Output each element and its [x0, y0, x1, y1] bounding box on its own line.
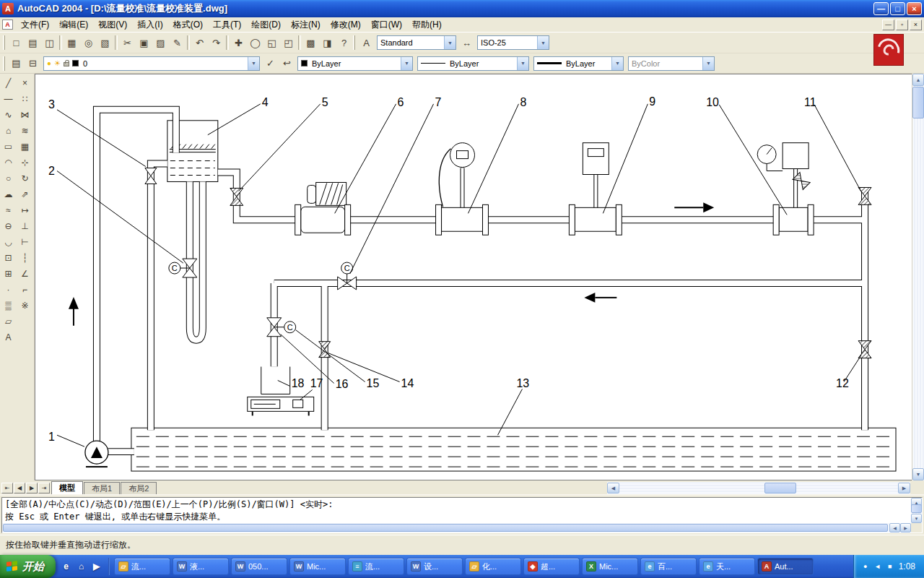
- scroll-track[interactable]: [911, 507, 922, 514]
- menu-item[interactable]: 文件(F): [16, 17, 54, 32]
- extend-tool-icon[interactable]: ⊢: [17, 234, 33, 250]
- part-label-9[interactable]: 9: [603, 95, 655, 213]
- clock[interactable]: 1:08: [899, 561, 915, 571]
- plot-preview-icon[interactable]: ◎: [80, 35, 97, 51]
- linetype-combo[interactable]: ByLayer ▼: [417, 56, 529, 71]
- toolbar-button[interactable]: [298, 35, 301, 50]
- show-desktop-icon[interactable]: ⌂: [75, 561, 87, 573]
- taskbar-button[interactable]: ▱ 流...: [114, 558, 170, 575]
- construction-line-tool-icon[interactable]: —: [0, 91, 17, 107]
- menu-item[interactable]: 窗口(W): [366, 17, 407, 32]
- canvas-vertical-scrollbar[interactable]: ▲ ▼: [912, 74, 924, 480]
- revcloud-tool-icon[interactable]: ☁: [0, 186, 17, 202]
- line-tool-icon[interactable]: ╱: [0, 75, 17, 91]
- layer-previous-icon[interactable]: ↩: [279, 56, 295, 72]
- menu-item[interactable]: 修改(M): [326, 17, 366, 32]
- menu-item[interactable]: 绘图(D): [246, 17, 286, 32]
- taskbar-button[interactable]: W 液...: [173, 558, 229, 575]
- explode-tool-icon[interactable]: ※: [17, 298, 33, 314]
- ellipse-tool-icon[interactable]: ⊖: [0, 218, 17, 234]
- scroll-down-icon[interactable]: ▼: [911, 514, 922, 523]
- mirror-tool-icon[interactable]: ⋈: [17, 107, 33, 123]
- polygon-tool-icon[interactable]: ⌂: [0, 123, 17, 139]
- prev-tab-button[interactable]: ◀: [14, 483, 25, 493]
- make-current-icon[interactable]: ✓: [262, 56, 279, 72]
- color-combo[interactable]: ByLayer ▼: [297, 56, 413, 71]
- menu-item[interactable]: 帮助(H): [407, 17, 447, 32]
- break-tool-icon[interactable]: ┆: [17, 250, 33, 266]
- fillet-tool-icon[interactable]: ⌐: [17, 282, 33, 298]
- flow-arrow-left[interactable]: [584, 293, 616, 303]
- valve-5[interactable]: [230, 188, 243, 205]
- insert-block-tool-icon[interactable]: ⊡: [0, 250, 17, 266]
- dim-style-combo[interactable]: ISO-25 ▼: [477, 35, 549, 50]
- chevron-down-icon[interactable]: ▼: [401, 57, 412, 70]
- scroll-thumb[interactable]: [911, 504, 922, 513]
- chamfer-tool-icon[interactable]: ∠: [17, 266, 33, 282]
- erase-tool-icon[interactable]: ×: [17, 75, 33, 91]
- minimize-button[interactable]: —: [873, 2, 889, 15]
- scroll-track[interactable]: [912, 86, 924, 468]
- hatch-tool-icon[interactable]: ▒: [0, 298, 17, 314]
- new-file-icon[interactable]: □: [8, 35, 25, 51]
- make-block-tool-icon[interactable]: ⊞: [0, 266, 17, 282]
- menu-item[interactable]: 标注(N): [286, 17, 326, 32]
- taskbar-button[interactable]: e 天...: [699, 558, 755, 575]
- start-button[interactable]: 开始: [0, 555, 56, 578]
- taskbar-button[interactable]: W Mic...: [289, 558, 346, 575]
- mtext-tool-icon[interactable]: A: [0, 329, 17, 345]
- part-label-11[interactable]: 11: [804, 96, 861, 192]
- taskbar-button[interactable]: ◆ 超...: [523, 558, 580, 575]
- part-label-8[interactable]: 8: [468, 96, 527, 213]
- scroll-right-icon[interactable]: ▶: [898, 483, 910, 493]
- first-tab-button[interactable]: ⇤: [1, 483, 13, 493]
- publish-icon[interactable]: ▧: [97, 35, 113, 51]
- lineweight-combo[interactable]: ByLayer ▼: [533, 56, 624, 71]
- scroll-left-icon[interactable]: ◀: [607, 483, 619, 493]
- canvas-horizontal-scrollbar[interactable]: ◀ ▶: [607, 482, 910, 494]
- scroll-down-icon[interactable]: ▼: [912, 468, 924, 480]
- toolbar-grip[interactable]: [3, 35, 5, 50]
- save-icon[interactable]: ◫: [41, 35, 58, 51]
- drawing-canvas[interactable]: C C C: [35, 74, 912, 480]
- layout-tab[interactable]: 布局1: [84, 482, 120, 494]
- redo-icon[interactable]: ↷: [208, 35, 225, 51]
- menu-item[interactable]: 编辑(E): [54, 17, 93, 32]
- toolbar-grip[interactable]: [3, 56, 5, 71]
- volume-icon[interactable]: ◄: [873, 562, 882, 571]
- help-icon[interactable]: ?: [336, 35, 352, 51]
- toolbar-button[interactable]: [187, 35, 190, 50]
- open-file-icon[interactable]: ▤: [25, 35, 41, 51]
- drawing-file-icon[interactable]: A: [2, 20, 13, 30]
- taskbar-button[interactable]: X Mic...: [582, 558, 638, 575]
- undo-icon[interactable]: ↶: [191, 35, 208, 51]
- scale-tool-icon[interactable]: ⇗: [17, 186, 33, 202]
- layout-tab[interactable]: 模型: [51, 481, 83, 494]
- scroll-up-icon[interactable]: ▲: [912, 74, 924, 86]
- chevron-down-icon[interactable]: ▼: [517, 57, 528, 70]
- taskbar-button[interactable]: W 050...: [231, 558, 287, 575]
- scroll-thumb[interactable]: [764, 483, 796, 493]
- polyline-tool-icon[interactable]: ∿: [0, 107, 17, 123]
- layer-states-icon[interactable]: ⊟: [25, 56, 41, 72]
- stretch-tool-icon[interactable]: ↦: [17, 202, 33, 218]
- menu-item[interactable]: 格式(O): [168, 17, 208, 32]
- designcenter-icon[interactable]: ◨: [319, 35, 336, 51]
- taskbar-button[interactable]: e 百...: [640, 558, 697, 575]
- ellipse-arc-tool-icon[interactable]: ◡: [0, 234, 17, 250]
- part-label-7[interactable]: 7: [350, 96, 442, 274]
- zoom-realtime-icon[interactable]: ◯: [247, 35, 263, 51]
- offset-tool-icon[interactable]: ≋: [17, 123, 33, 139]
- circle-tool-icon[interactable]: ○: [0, 171, 17, 186]
- text-style-icon[interactable]: A: [358, 35, 375, 51]
- copy-tool-icon[interactable]: ∷: [17, 91, 33, 107]
- match-properties-icon[interactable]: ✎: [169, 35, 186, 51]
- copy-clip-icon[interactable]: ▣: [136, 35, 152, 51]
- taskbar-button[interactable]: W 设...: [406, 558, 463, 575]
- weighing-scale[interactable]: [248, 367, 314, 416]
- trim-tool-icon[interactable]: ⊥: [17, 218, 33, 234]
- zoom-window-icon[interactable]: ◱: [263, 35, 280, 51]
- properties-icon[interactable]: ▩: [302, 35, 319, 51]
- array-tool-icon[interactable]: ▦: [17, 139, 33, 155]
- chevron-down-icon[interactable]: ▼: [444, 36, 456, 49]
